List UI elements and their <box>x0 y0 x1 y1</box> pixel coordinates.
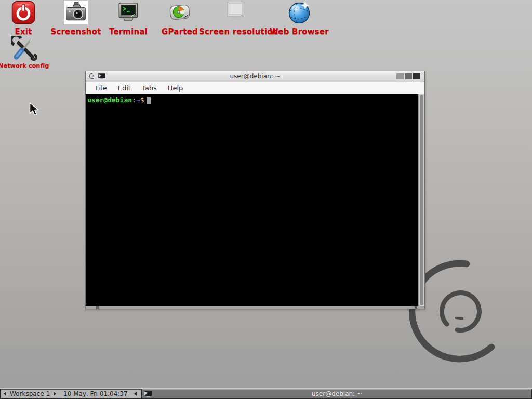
window-titlebar[interactable]: user@debian: ~ <box>86 71 424 82</box>
camera-icon <box>64 1 88 24</box>
shell-prompt: user@debian:~$ <box>86 94 424 104</box>
exit-power-icon <box>11 1 35 24</box>
desktop-icon-screen-resolution[interactable]: Screen resolution <box>199 1 272 36</box>
menu-file[interactable]: File <box>91 83 112 93</box>
taskbar-clock: 10 May, Fri 01:04:37 <box>63 390 128 397</box>
prompt-symbol: $ <box>140 96 144 104</box>
desktop-icon-label: Screen resolution <box>199 27 272 36</box>
tools-icon <box>11 36 37 61</box>
taskbar-task-terminal[interactable]: user@debian: ~ <box>142 389 531 398</box>
terminal-scrollbar[interactable] <box>418 94 424 306</box>
prompt-user-host: user@debian <box>87 96 132 104</box>
monitor-icon <box>223 1 247 24</box>
mouse-cursor <box>29 102 41 119</box>
menu-edit[interactable]: Edit <box>113 83 136 93</box>
workspace-prev-icon[interactable] <box>4 392 6 396</box>
terminal-window: user@debian: ~ File Edit Tabs Help user@… <box>85 71 425 309</box>
minimize-button[interactable] <box>396 73 404 79</box>
task-title: user@debian: ~ <box>142 390 531 397</box>
terminal-screen[interactable]: user@debian:~$ <box>86 94 424 306</box>
window-resize-edge[interactable] <box>86 306 424 309</box>
workspace-label: Workspace 1 <box>10 390 50 397</box>
terminal-menubar: File Edit Tabs Help <box>86 82 424 94</box>
task-scroll-left-icon[interactable] <box>134 392 137 396</box>
desktop-icon-label: Network config <box>0 62 60 69</box>
resize-grip-left[interactable] <box>96 306 99 309</box>
taskbar: Workspace 1 10 May, Fri 01:04:37 user@de… <box>0 388 532 399</box>
workspace-next-icon[interactable] <box>54 392 56 396</box>
globe-browser-icon <box>287 1 311 24</box>
resize-grip-right[interactable] <box>415 306 417 309</box>
menu-help[interactable]: Help <box>163 83 188 93</box>
close-button[interactable] <box>413 73 420 79</box>
maximize-button[interactable] <box>405 73 412 79</box>
prompt-path: ~ <box>136 96 140 104</box>
desktop-icon-network-config[interactable]: Network config <box>0 36 60 69</box>
prompt-separator: : <box>132 96 136 104</box>
crt-terminal-icon <box>116 1 140 24</box>
window-title: user@debian: ~ <box>86 73 424 80</box>
workspace-pager: Workspace 1 10 May, Fri 01:04:37 <box>1 389 141 398</box>
desktop-icon-label: Web Browser <box>263 27 336 36</box>
terminal-cursor <box>147 97 151 104</box>
menu-tabs[interactable]: Tabs <box>137 83 162 93</box>
disk-partition-icon <box>168 1 192 24</box>
scrollbar-thumb[interactable] <box>420 95 423 305</box>
desktop-icon-web-browser[interactable]: Web Browser <box>263 1 336 36</box>
